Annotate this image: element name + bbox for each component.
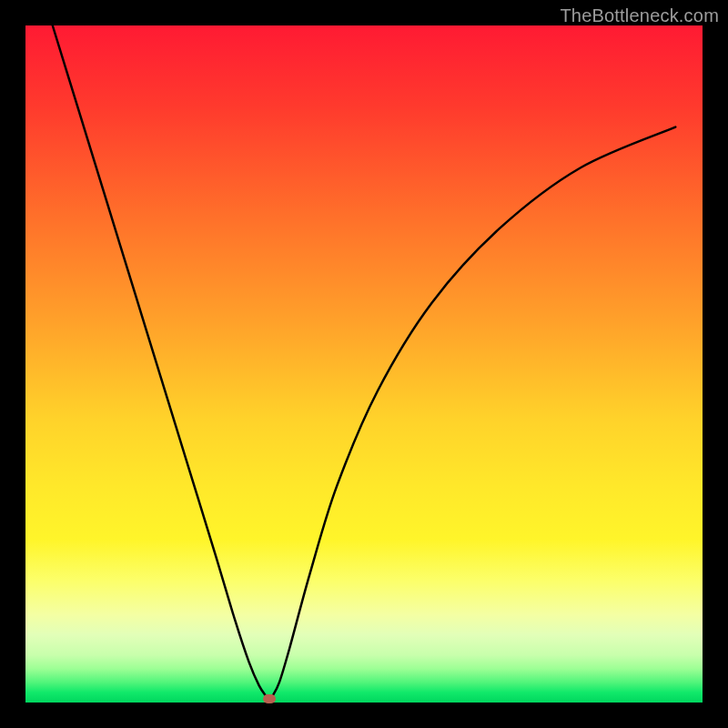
bottleneck-curve (25, 25, 703, 703)
watermark-text: TheBottleneck.com (560, 5, 719, 26)
plot-area (25, 25, 703, 703)
chart-frame: TheBottleneck.com (0, 0, 728, 728)
minimum-marker (263, 694, 276, 703)
